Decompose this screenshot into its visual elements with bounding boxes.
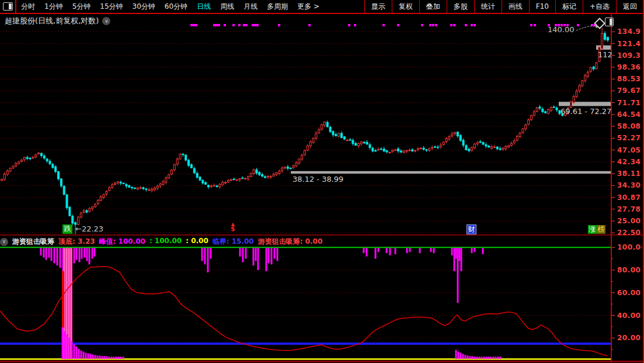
main-axis-label: 22.50 bbox=[617, 229, 642, 237]
candles-layer[interactable] bbox=[1, 27, 609, 234]
indicator-params: 顶底: 3.23峰值: 100.00: 100.00: 0.00临界: 15.0… bbox=[58, 237, 322, 247]
money-marker[interactable]: ▲$ bbox=[231, 222, 235, 231]
indicator-axis-label: 40.00 bbox=[617, 312, 642, 320]
indicator-param: 临界: 15.00 bbox=[213, 237, 254, 247]
chevron-down-icon[interactable]: ∨ bbox=[102, 17, 110, 25]
low-price-label: ←22.23 bbox=[75, 224, 103, 233]
main-axis-label: 42.34 bbox=[617, 158, 642, 166]
fall-badge[interactable]: 跌 bbox=[62, 224, 72, 234]
pane-icon[interactable] bbox=[605, 18, 614, 26]
indicator-header: ∨ 游资狙击吸筹 顶底: 3.23峰值: 100.00: 100.00: 0.0… bbox=[0, 236, 611, 247]
marks-layer bbox=[190, 24, 599, 30]
band-label: 69.61 - 72.27 bbox=[561, 107, 644, 116]
main-axis-label: 34.30 bbox=[617, 181, 642, 189]
indicator-param: 游资狙击吸筹: 0.00 bbox=[258, 237, 323, 247]
finance-badge[interactable]: 财 bbox=[467, 224, 476, 234]
main-axis-label: 27.78 bbox=[617, 205, 642, 213]
main-axis-label: 52.27 bbox=[617, 134, 642, 142]
indicator-layer[interactable] bbox=[0, 247, 611, 359]
indicator-param: : 100.00 bbox=[149, 237, 182, 247]
rank-badge[interactable]: 榜 bbox=[597, 225, 605, 234]
main-axis-label: 109.3 bbox=[617, 51, 642, 60]
main-axis-label: 58.08 bbox=[617, 122, 642, 130]
main-axis-label: 25.00 bbox=[617, 217, 642, 225]
indicator-axis-label: 80.00 bbox=[617, 266, 642, 274]
main-axis-label: 121.4 bbox=[617, 40, 642, 48]
main-axis-label: 30.87 bbox=[617, 193, 642, 202]
indicator-param: : 0.00 bbox=[186, 237, 208, 247]
indicator-chevron-icon[interactable]: ∨ bbox=[0, 238, 8, 246]
rank-badge[interactable]: 涨 bbox=[588, 225, 597, 234]
main-axis-label: 88.53 bbox=[617, 75, 642, 83]
indicator-name: 游资狙击吸筹 bbox=[12, 237, 54, 247]
main-axis-label: 98.36 bbox=[617, 63, 642, 71]
main-axis-label: 71.71 bbox=[617, 99, 642, 107]
main-axis-label: 38.11 bbox=[617, 170, 642, 178]
band-label: 112. bbox=[598, 50, 612, 59]
page-title: 超捷股份(日线,前复权,对数) bbox=[5, 16, 99, 26]
indicator-axis-label: 20.00 bbox=[617, 334, 642, 342]
app-window: 分时1分钟5分钟15分钟30分钟60分钟日线周线月线多周期更多 > 显示复权叠加… bbox=[0, 0, 644, 363]
main-axis-label: 134.9 bbox=[617, 27, 642, 36]
chart-titlebar: 超捷股份(日线,前复权,对数) ∨ bbox=[5, 16, 110, 26]
indicator-axis-label: 100.00 bbox=[617, 243, 642, 251]
high-price-label: 140.00 bbox=[548, 25, 575, 34]
main-axis-label: 79.67 bbox=[617, 87, 642, 95]
indicator-param: 峰值: 100.00 bbox=[99, 237, 145, 247]
grid-layer bbox=[0, 32, 611, 338]
indicator-axis-label: 60.00 bbox=[617, 289, 642, 297]
indicator-param: 顶底: 3.23 bbox=[58, 237, 95, 247]
main-axis-label: 47.05 bbox=[617, 146, 642, 154]
band-label: 38.12 - 38.99 bbox=[293, 175, 386, 184]
